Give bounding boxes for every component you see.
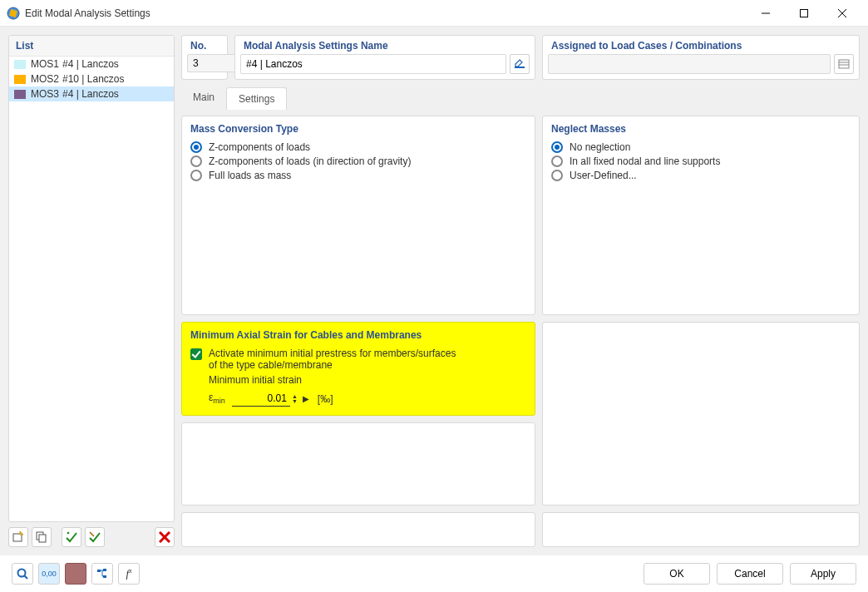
edit-name-button[interactable]: [510, 54, 530, 74]
list-item-name: #4 | Lanczos: [62, 58, 119, 70]
svg-rect-9: [39, 535, 46, 542]
strain-heading: Minimum Axial Strain for Cables and Memb…: [190, 329, 526, 341]
fx-icon: fx: [126, 567, 131, 580]
list-item-name: #4 | Lanczos: [62, 88, 119, 100]
neglect-opt-none[interactable]: No neglection: [551, 141, 851, 153]
min-strain-panel: Minimum Axial Strain for Cables and Memb…: [181, 322, 535, 416]
list-panel: List MOS1 #4 | Lanczos MOS2 #10 | Lanczo…: [8, 35, 175, 522]
radio-label: User-Defined...: [570, 170, 637, 181]
precision-button[interactable]: 0,00: [38, 563, 60, 585]
radio-label: Full loads as mass: [209, 170, 291, 181]
svg-point-10: [67, 532, 70, 535]
svg-line-20: [25, 576, 28, 580]
neglect-masses-panel: Neglect Masses No neglection In all fixe…: [542, 116, 860, 315]
close-button[interactable]: [823, 0, 861, 27]
activate-prestress-checkbox[interactable]: Activate minimum initial prestress for m…: [190, 348, 526, 371]
list-item-id: MOS3: [31, 88, 62, 100]
tab-main[interactable]: Main: [181, 86, 226, 109]
svg-rect-16: [839, 60, 849, 68]
list-item-name: #10 | Lanczos: [62, 73, 125, 85]
neglect-heading: Neglect Masses: [551, 123, 851, 135]
mass-opt-z-gravity[interactable]: Z-components of loads (in direction of g…: [190, 155, 526, 167]
list-item-swatch: [14, 75, 26, 84]
window-title: Edit Modal Analysis Settings: [25, 7, 747, 19]
list-item-swatch: [14, 60, 26, 69]
mass-opt-z[interactable]: Z-components of loads: [190, 141, 526, 153]
svg-rect-23: [103, 575, 106, 578]
radio-label: Z-components of loads: [209, 141, 310, 153]
empty-panel-left-1: [181, 422, 535, 506]
mass-opt-full[interactable]: Full loads as mass: [190, 170, 526, 181]
spinner[interactable]: ▲▼: [292, 394, 298, 404]
mass-conversion-panel: Mass Conversion Type Z-components of loa…: [181, 116, 535, 315]
delete-item-button[interactable]: [155, 527, 175, 547]
list-item-id: MOS1: [31, 58, 62, 70]
svg-rect-21: [97, 570, 101, 572]
list-item[interactable]: MOS3 #4 | Lanczos: [9, 86, 174, 101]
list-header: List: [9, 36, 174, 57]
check-exclude-button[interactable]: [85, 527, 105, 547]
tab-settings[interactable]: Settings: [226, 87, 287, 110]
svg-rect-22: [103, 569, 106, 571]
radio-label: No neglection: [570, 141, 630, 153]
decimal-icon: 0,00: [42, 570, 57, 578]
bottom-bar: 0,00 fx OK Cancel Apply: [0, 555, 868, 592]
list-item[interactable]: MOS1 #4 | Lanczos: [9, 57, 174, 72]
help-button[interactable]: [12, 563, 33, 585]
open-detail-button[interactable]: ▶: [299, 394, 313, 403]
name-label: Modal Analysis Settings Name: [240, 39, 530, 54]
mass-heading: Mass Conversion Type: [190, 123, 526, 135]
color-button[interactable]: [65, 563, 86, 585]
empty-panel-right-1: [542, 322, 860, 506]
assigned-input[interactable]: [548, 54, 831, 74]
svg-rect-3: [801, 9, 808, 17]
radio-icon: [190, 170, 202, 181]
check-include-button[interactable]: [62, 527, 81, 547]
radio-icon: [551, 155, 563, 167]
radio-icon: [190, 155, 202, 167]
neglect-opt-user[interactable]: User-Defined...: [551, 170, 851, 181]
new-item-button[interactable]: [8, 527, 28, 547]
assigned-label: Assigned to Load Cases / Combinations: [548, 39, 854, 54]
svg-line-11: [90, 532, 94, 536]
svg-point-19: [18, 570, 26, 577]
epsilon-min-input[interactable]: [232, 391, 290, 407]
svg-marker-7: [20, 531, 23, 535]
neglect-opt-fixed[interactable]: In all fixed nodal and line supports: [551, 155, 851, 167]
function-button[interactable]: fx: [118, 563, 140, 585]
radio-label: Z-components of loads (in direction of g…: [209, 155, 411, 167]
unit-label: [‰]: [318, 393, 333, 405]
radio-icon: [190, 141, 202, 153]
ok-button[interactable]: OK: [644, 563, 710, 585]
list-item-id: MOS2: [31, 73, 62, 85]
epsilon-label: εmin: [209, 392, 225, 405]
empty-panel-left-2: [181, 512, 535, 547]
radio-label: In all fixed nodal and line supports: [570, 155, 720, 167]
checkbox-label: Activate minimum initial prestress for m…: [209, 348, 466, 371]
list-items: MOS1 #4 | Lanczos MOS2 #10 | Lanczos MOS…: [9, 57, 174, 521]
svg-marker-15: [515, 60, 522, 67]
spin-down-icon: ▼: [292, 399, 298, 404]
checkbox-icon: [190, 348, 202, 360]
tree-button[interactable]: [91, 563, 113, 585]
strain-sub-label: Minimum initial strain: [209, 374, 526, 386]
list-item-swatch: [14, 90, 26, 99]
maximize-button[interactable]: [785, 0, 823, 27]
radio-icon: [551, 170, 563, 181]
app-icon: [7, 7, 20, 20]
cancel-button[interactable]: Cancel: [717, 563, 783, 585]
assigned-picker-button[interactable]: [834, 54, 854, 74]
list-item[interactable]: MOS2 #10 | Lanczos: [9, 72, 174, 86]
radio-icon: [551, 141, 563, 153]
no-label: No.: [187, 39, 222, 54]
empty-panel-right-2: [542, 512, 860, 547]
minimize-button[interactable]: [747, 0, 785, 27]
apply-button[interactable]: Apply: [790, 563, 856, 585]
copy-item-button[interactable]: [32, 527, 52, 547]
name-input[interactable]: [240, 54, 506, 74]
